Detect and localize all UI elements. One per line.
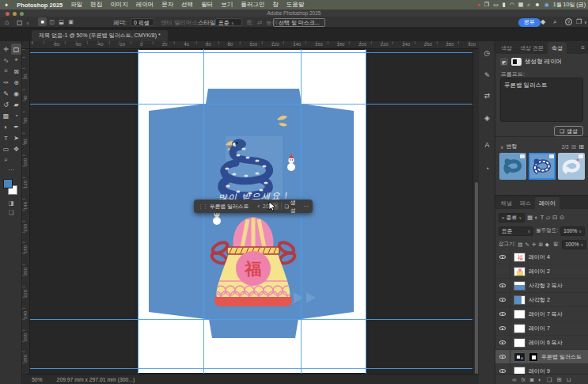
control-center-icon[interactable]: ◉ — [544, 0, 549, 10]
tab-패스[interactable]: 패스 — [516, 197, 535, 209]
generative-layer-icon[interactable] — [514, 352, 525, 362]
healing-brush-tool[interactable]: ⊕ — [11, 77, 21, 88]
help-icon[interactable]: ? — [565, 18, 572, 25]
eye-icon[interactable] — [499, 369, 506, 373]
fill-dropdown[interactable]: 100%∨ — [562, 240, 586, 249]
object-selection-tool[interactable]: ⌖ — [11, 55, 21, 66]
tab-속성[interactable]: 속성 — [548, 42, 567, 54]
canvas-area[interactable]: -80-60-40-200204060801001201401601802002… — [22, 41, 479, 374]
battery-icon[interactable]: ▮ — [503, 0, 506, 10]
workspace-icon[interactable]: ❐ — [576, 18, 582, 25]
lock-all-icon[interactable]: ◆ — [545, 241, 549, 248]
apple-menu-icon[interactable]: ✦ — [0, 2, 13, 9]
layer-thumbnail[interactable] — [514, 295, 525, 305]
app-menu-name[interactable]: Photoshop 2025 — [13, 2, 66, 9]
menu-파일[interactable]: 파일 — [66, 1, 86, 9]
lock-move-icon[interactable]: ✛ — [532, 241, 536, 248]
filter-pin-icon[interactable]: ⊙ — [560, 214, 564, 221]
scrollbar-thumb[interactable] — [475, 182, 479, 374]
path-selection-tool[interactable]: ➤ — [11, 132, 21, 143]
menu-편집[interactable]: 편집 — [86, 1, 106, 9]
brush-settings-panel-icon[interactable]: ✎ — [479, 71, 495, 79]
layer-row-레이어 7[interactable]: 레이어 7 — [495, 321, 588, 336]
menu-보기[interactable]: 보기 — [217, 1, 237, 9]
lock-artboard-icon[interactable]: ⊞ — [538, 241, 542, 248]
guide-vertical[interactable] — [138, 49, 138, 374]
menu-선택[interactable]: 선택 — [177, 1, 197, 9]
delete-layer-icon[interactable]: ⊔ — [567, 376, 571, 383]
eye-icon[interactable] — [499, 298, 506, 302]
frame-tool[interactable]: ⊠ — [11, 66, 21, 77]
notifications-bell-icon[interactable]: ◆ — [541, 18, 545, 25]
layer-effects-icon[interactable]: fx — [522, 377, 525, 382]
eye-icon[interactable] — [499, 255, 506, 259]
lock-paint-icon[interactable]: ✎ — [525, 241, 529, 248]
layer-thumbnail[interactable] — [514, 338, 525, 348]
screen-mirroring-icon[interactable]: ❐ — [484, 0, 489, 10]
foreground-color-swatch[interactable] — [3, 179, 13, 188]
previous-variation-button[interactable]: ‹ — [257, 203, 261, 210]
lock-transparent-icon[interactable]: ▨ — [518, 241, 522, 248]
layer-thumbnail[interactable] — [514, 267, 525, 276]
new-layer-icon[interactable]: ⊞ — [557, 376, 562, 383]
user-switch-icon[interactable]: ☻ — [534, 0, 540, 10]
eye-icon[interactable] — [499, 326, 506, 330]
dodge-tool[interactable]: ◐ — [1, 121, 11, 132]
tool-preset-caret-icon[interactable]: ∨ — [26, 21, 29, 25]
crop-tool[interactable]: ⌗ — [1, 66, 11, 77]
tab-레이어[interactable]: 레이어 — [535, 197, 560, 209]
link-layers-icon[interactable]: ∞ — [512, 376, 516, 383]
gradient-tool[interactable]: ▩ — [1, 110, 11, 121]
visibility-toggle[interactable] — [499, 369, 506, 373]
visibility-toggle[interactable] — [499, 312, 506, 316]
menu-이미지[interactable]: 이미지 — [106, 1, 132, 9]
guide-horizontal[interactable] — [30, 368, 479, 369]
subtract-selection-icon[interactable]: ⬓ — [57, 17, 66, 26]
layer-row-사각형 2[interactable]: 사각형 2 — [495, 293, 588, 307]
guide-horizontal[interactable] — [30, 319, 479, 320]
swap-dimensions-icon[interactable]: ⇄ — [257, 19, 262, 26]
screen-mode-icon[interactable]: ❏ — [0, 209, 22, 216]
search-icon[interactable]: ⌕ — [553, 18, 556, 26]
visibility-toggle[interactable] — [499, 298, 506, 302]
wifi-icon[interactable]: ◠ — [510, 0, 514, 10]
variation-thumbnail-2-selected[interactable] — [529, 153, 556, 180]
taskbar-grip-icon[interactable]: ⋮⋮ — [198, 203, 207, 210]
filter-kind-dropdown[interactable]: ⌕종류∨ — [499, 213, 525, 222]
layer-row-사각형 2 복사[interactable]: 사각형 2 복사 — [495, 279, 588, 293]
record-icon[interactable]: ● — [477, 0, 480, 10]
menu-레이어[interactable]: 레이어 — [132, 1, 158, 9]
zoom-tool[interactable]: ⌕ — [1, 154, 11, 165]
layer-thumbnail[interactable]: 福 — [514, 253, 525, 262]
taskbar-generate-button[interactable]: ❏생성 — [284, 199, 301, 215]
feather-input[interactable]: 0 픽셀 — [131, 18, 154, 26]
layer-row-레이어 7 복사[interactable]: 레이어 7 복사 — [495, 307, 588, 321]
document-size-info[interactable]: 209.97 mm x 297.01 mm (300...) — [57, 377, 135, 382]
visibility-toggle[interactable] — [499, 340, 506, 344]
workspace-caret-icon[interactable]: ∨ — [584, 20, 587, 25]
eye-icon[interactable] — [499, 312, 506, 316]
guide-horizontal[interactable] — [30, 104, 479, 105]
menu-필터[interactable]: 필터 — [197, 1, 217, 9]
canvas-vertical-scrollbar[interactable] — [472, 49, 479, 374]
eyedropper-tool[interactable]: ✑ — [1, 77, 11, 88]
taskbar-prompt-title[interactable]: 푸른뱀 일러스트 — [210, 203, 255, 211]
clone-stamp-tool[interactable]: ◉ — [11, 88, 21, 99]
smart-object-filter-icon[interactable]: ⊡ — [552, 214, 557, 221]
intersect-selection-icon[interactable]: ▣ — [66, 17, 75, 26]
menu-도움말[interactable]: 도움말 — [283, 1, 309, 9]
tool-preset-icon[interactable]: ▢ — [17, 19, 23, 26]
visibility-toggle[interactable] — [499, 326, 506, 330]
new-selection-icon[interactable]: ■ — [38, 17, 47, 26]
taskbar-more-button[interactable]: ··· — [303, 203, 309, 209]
guide-horizontal[interactable] — [30, 52, 479, 53]
layer-thumbnail[interactable] — [514, 281, 525, 291]
layer-thumbnail[interactable] — [514, 310, 525, 319]
gradients-panel-icon[interactable]: ◔ — [479, 165, 495, 173]
share-button[interactable]: 공유 — [518, 18, 541, 27]
tab-색상[interactable]: 색상 — [497, 42, 516, 54]
menu-플러그인[interactable]: 플러그인 — [237, 1, 268, 9]
move-tool[interactable]: ✛ — [1, 44, 11, 55]
tab-채널[interactable]: 채널 — [497, 197, 516, 209]
swap-colors-panel-icon[interactable]: ⇄ — [479, 92, 495, 100]
